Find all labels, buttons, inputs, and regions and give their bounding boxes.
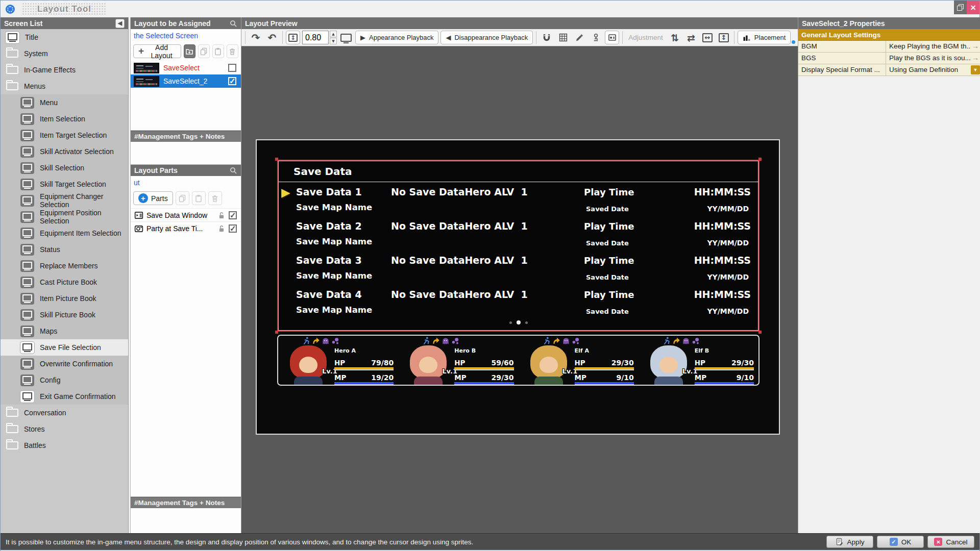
layout-checkbox[interactable]: [228, 77, 236, 85]
part-row-save-data-window[interactable]: Save Data Window: [131, 208, 241, 221]
expand-arrow-icon[interactable]: [971, 54, 980, 62]
property-value[interactable]: Keep Playing the BGM th..: [886, 41, 980, 52]
screen-item-exit-game-confirmation[interactable]: Exit Game Confirmation: [1, 388, 128, 405]
selection-handle[interactable]: [275, 158, 278, 161]
game-preview-window[interactable]: Save Data ▶ Save Data 1 Save Map Name No…: [256, 139, 780, 435]
layout-checkbox[interactable]: [228, 64, 236, 72]
screen-item-equipment-item-selection[interactable]: Equipment Item Selection: [1, 225, 128, 241]
restore-window-button[interactable]: [954, 1, 967, 14]
screen-item-item-selection[interactable]: Item Selection: [1, 111, 128, 127]
zoom-value-input[interactable]: 0.80: [302, 31, 329, 44]
redo-button[interactable]: [249, 31, 263, 44]
layout-parts-link[interactable]: ut: [131, 176, 241, 188]
screen-folder-menus[interactable]: Menus: [1, 78, 128, 94]
align-vertical-swap-button[interactable]: [668, 31, 682, 44]
screen-item-skill-activator-selection[interactable]: Skill Activator Selection: [1, 143, 128, 160]
appearance-playback-button[interactable]: Appearance Playback: [355, 31, 438, 44]
page-dot-active[interactable]: [517, 320, 521, 324]
part-row-party-at-save[interactable]: Party at Save Ti...: [131, 221, 241, 235]
align-horizontal-swap-button[interactable]: [684, 31, 698, 44]
management-tags-notes-box[interactable]: [131, 508, 241, 532]
screen-item-equipment-position-selection[interactable]: Equipment Position Selection: [1, 209, 128, 225]
party-at-save-part[interactable]: Lv.1 Hero A HP79/80 MP19/20: [277, 335, 760, 386]
preview-canvas[interactable]: Save Data ▶ Save Data 1 Save Map Name No…: [241, 46, 798, 545]
ok-button[interactable]: OK: [877, 536, 924, 548]
save-slot-row[interactable]: Save Data 2 Save Map Name No Save DataHe…: [279, 217, 758, 252]
screen-folder-system[interactable]: System: [1, 45, 128, 62]
paste-part-button[interactable]: [192, 191, 206, 205]
unlock-icon[interactable]: [217, 224, 226, 233]
management-tags-notes-box[interactable]: [131, 142, 241, 165]
hp-value: 29/30: [731, 359, 754, 367]
cancel-button[interactable]: Cancel: [927, 536, 974, 548]
save-data-window-part[interactable]: Save Data ▶ Save Data 1 Save Map Name No…: [277, 160, 760, 332]
part-visible-checkbox[interactable]: [229, 224, 237, 233]
layout-row-saveselect[interactable]: SaveSelect: [131, 61, 241, 74]
page-dot[interactable]: [525, 321, 528, 324]
zoom-increase-button[interactable]: [330, 31, 337, 37]
expand-arrow-icon[interactable]: [971, 42, 980, 50]
copy-part-button[interactable]: [176, 191, 189, 205]
selection-handle[interactable]: [275, 331, 278, 334]
placement-button[interactable]: Placement: [738, 31, 791, 44]
screen-item-skill-picture-book[interactable]: Skill Picture Book: [1, 307, 128, 323]
screen-item-replace-members[interactable]: Replace Members: [1, 258, 128, 274]
screen-item-overwrite-confirmation[interactable]: Overwrite Confirmation: [1, 356, 128, 372]
screen-item-equipment-changer-selection[interactable]: Equipment Changer Selection: [1, 192, 128, 209]
zoom-decrease-button[interactable]: [330, 38, 337, 44]
save-slot-row[interactable]: Save Data 4 Save Map Name No Save DataHe…: [279, 286, 758, 320]
screen-folder-stores[interactable]: Stores: [1, 421, 128, 437]
stretch-horizontal-button[interactable]: [700, 31, 715, 44]
screen-item-skill-selection[interactable]: Skill Selection: [1, 160, 128, 176]
window-settings-button[interactable]: [605, 31, 619, 44]
screen-folder-in-game-effects[interactable]: In-Game Effects: [1, 62, 128, 78]
general-layout-settings-section[interactable]: General Layout Settings: [798, 29, 980, 41]
add-parts-button[interactable]: Parts: [133, 191, 173, 205]
cancel-x-icon: [934, 538, 942, 546]
disappearance-playback-button[interactable]: Disappearance Playback: [440, 31, 533, 44]
grid-button[interactable]: [556, 31, 570, 44]
pen-tool-button[interactable]: [572, 31, 586, 44]
part-visible-checkbox[interactable]: [229, 211, 237, 219]
add-layout-folder-button[interactable]: [184, 44, 195, 58]
dropdown-arrow-icon[interactable]: [971, 65, 980, 74]
screen-item-item-picture-book[interactable]: Item Picture Book: [1, 290, 128, 307]
search-icon[interactable]: [229, 166, 237, 174]
close-button[interactable]: [967, 1, 979, 14]
page-dot[interactable]: [509, 321, 512, 324]
search-icon[interactable]: [229, 19, 237, 28]
screen-item-save-file-selection[interactable]: Save File Selection: [1, 339, 128, 356]
layout-row-saveselect-2[interactable]: SaveSelect_2: [131, 74, 241, 88]
copy-layout-button[interactable]: [198, 44, 210, 58]
save-slot-row[interactable]: ▶ Save Data 1 Save Map Name No Save Data…: [279, 183, 758, 217]
screen-item-status[interactable]: Status: [1, 241, 128, 258]
snap-magnet-button[interactable]: [540, 31, 554, 44]
paste-layout-button[interactable]: [212, 44, 224, 58]
screen-item-cast-picture-book[interactable]: Cast Picture Book: [1, 274, 128, 290]
unlock-icon[interactable]: [217, 211, 226, 219]
delete-part-button[interactable]: [208, 191, 222, 205]
undo-button[interactable]: [265, 31, 279, 44]
collapse-panel-button[interactable]: [115, 19, 125, 28]
screen-folder-conversation[interactable]: Conversation: [1, 405, 128, 421]
selection-handle[interactable]: [758, 158, 762, 161]
stamp-tool-button[interactable]: [589, 31, 603, 44]
screen-item-menu[interactable]: Menu: [1, 94, 128, 111]
screen-item-title[interactable]: Title: [1, 29, 128, 45]
fit-view-button[interactable]: [286, 31, 300, 44]
screen-item-maps[interactable]: Maps: [1, 323, 128, 339]
screen-item-config[interactable]: Config: [1, 372, 128, 388]
screen-display-button[interactable]: [339, 31, 353, 44]
apply-button[interactable]: Apply: [826, 536, 873, 548]
save-slot-row[interactable]: Save Data 3 Save Map Name No Save DataHe…: [279, 252, 758, 286]
delete-layout-button[interactable]: [227, 44, 238, 58]
property-value[interactable]: Play the BGS as it is sou...: [886, 53, 980, 64]
selection-handle[interactable]: [758, 331, 762, 334]
screen-folder-battles[interactable]: Battles: [1, 437, 128, 454]
property-value[interactable]: Using Game Definition: [886, 64, 980, 76]
selected-screen-link[interactable]: the Selected Screen: [131, 29, 241, 41]
stretch-vertical-button[interactable]: [717, 31, 731, 44]
screen-item-skill-target-selection[interactable]: Skill Target Selection: [1, 176, 128, 192]
screen-item-item-target-selection[interactable]: Item Target Selection: [1, 127, 128, 143]
add-layout-button[interactable]: Add Layout: [133, 44, 181, 58]
